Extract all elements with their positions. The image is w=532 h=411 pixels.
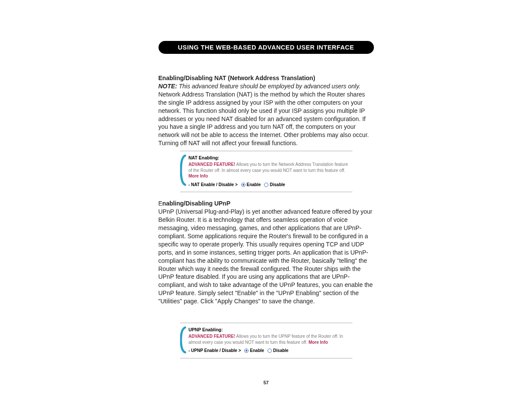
nat-disable-label: Disable <box>270 182 285 188</box>
upnp-heading-rest: nabling/Disabling UPnP <box>162 200 230 207</box>
nat-heading: Enabling/Disabling NAT (Network Address … <box>159 75 374 81</box>
upnp-panel: UPNP Enabling: ADVANCED FEATURE! Allows … <box>180 323 352 358</box>
nat-panel-title: NAT Enabling: <box>189 155 352 161</box>
upnp-panel-title: UPNP Enabling: <box>189 327 352 333</box>
more-info-link[interactable]: More Info <box>189 174 208 178</box>
nat-disable-radio[interactable]: Disable <box>264 182 285 188</box>
more-info-link[interactable]: More Info <box>308 340 328 345</box>
nat-body-text: Network Address Translation (NAT) is the… <box>159 91 369 146</box>
radio-selected-icon <box>241 183 246 187</box>
nat-control-label: - NAT Enable / Disable > <box>189 182 238 188</box>
radio-unselected-icon <box>264 183 268 187</box>
upnp-heading-prefix: E <box>159 200 162 207</box>
note-label: NOTE: <box>159 83 177 90</box>
upnp-enable-radio[interactable]: Enable <box>244 348 264 354</box>
page-number: 57 <box>159 380 374 385</box>
nat-enable-label: Enable <box>247 182 261 188</box>
page-content: USING THE WEB-BASED ADVANCED USER INTERF… <box>159 41 374 385</box>
upnp-body: UPnP (Universal Plug-and-Play) is yet an… <box>159 208 374 305</box>
upnp-disable-label: Disable <box>273 348 289 354</box>
radio-unselected-icon <box>268 349 272 353</box>
radio-selected-icon <box>244 349 249 353</box>
nat-panel: NAT Enabling: ADVANCED FEATURE! Allows y… <box>180 151 352 192</box>
upnp-enable-label: Enable <box>250 348 264 354</box>
nat-control-row: - NAT Enable / Disable > Enable Disable <box>189 182 352 188</box>
panel-tab-icon <box>180 155 186 187</box>
upnp-control-row: - UPNP Enable / Disable > Enable Disable <box>189 348 352 354</box>
nat-enable-radio[interactable]: Enable <box>241 182 261 188</box>
advanced-feature-label: ADVANCED FEATURE! <box>189 334 236 339</box>
upnp-disable-radio[interactable]: Disable <box>268 348 289 354</box>
advanced-feature-label: ADVANCED FEATURE! <box>189 162 236 167</box>
upnp-heading: Enabling/Disabling UPnP <box>159 200 374 207</box>
nat-panel-desc: ADVANCED FEATURE! Allows you to turn the… <box>189 162 352 179</box>
nat-body: NOTE: This advanced feature should be em… <box>159 82 374 147</box>
upnp-control-label: - UPNP Enable / Disable > <box>189 348 241 354</box>
upnp-panel-desc: ADVANCED FEATURE! Allows you to turn the… <box>189 333 352 345</box>
panel-tab-icon <box>180 327 186 354</box>
page-banner: USING THE WEB-BASED ADVANCED USER INTERF… <box>159 41 374 54</box>
note-italic: This advanced feature should be employed… <box>177 83 360 90</box>
